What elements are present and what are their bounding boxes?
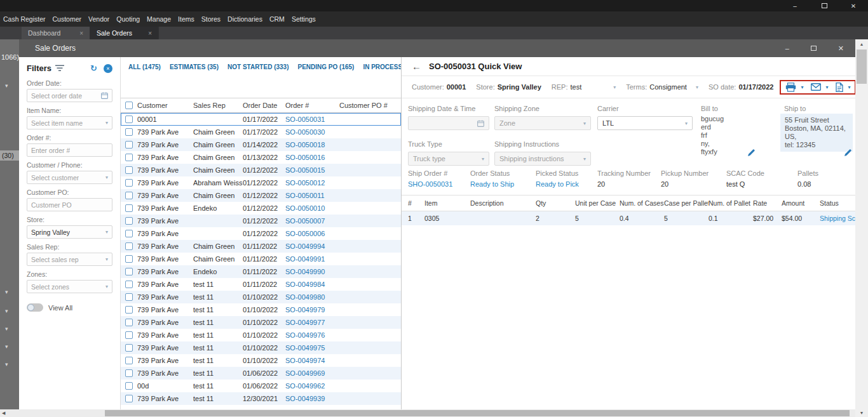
checkbox[interactable]: [125, 204, 133, 212]
os-maximize-button[interactable]: [810, 0, 839, 11]
filter-input-item-name[interactable]: Select item name▾: [27, 116, 112, 129]
table-row[interactable]: 739 Park AveAbraham Weiss01/12/2022SO-00…: [121, 176, 401, 189]
table-row[interactable]: 739 Park Ave01/12/2022SO-0050007: [121, 215, 401, 227]
checkbox[interactable]: [125, 331, 133, 339]
cell-order-link[interactable]: SO-0049984: [285, 281, 339, 288]
checkbox[interactable]: [125, 116, 133, 123]
table-row[interactable]: 739 Park Avetest 1101/10/2022SO-0049976: [121, 329, 401, 341]
table-row[interactable]: 0000101/17/2022SO-0050031: [121, 113, 401, 126]
horizontal-scrollbar[interactable]: ◀: [0, 409, 855, 417]
table-row[interactable]: 739 Park Avetest 1101/10/2022SO-0049980: [121, 291, 401, 303]
cell-order-link[interactable]: SO-0050016: [285, 154, 339, 161]
shipping-datetime-input[interactable]: [408, 116, 489, 130]
menu-item-items[interactable]: Items: [178, 15, 194, 23]
filter-input-sales-rep[interactable]: Select sales rep▾: [27, 253, 112, 266]
shipping-zone-select[interactable]: Zone ▾: [494, 116, 591, 130]
cell-order-link[interactable]: SO-0050011: [285, 192, 339, 199]
export-document-button[interactable]: ▾: [836, 83, 850, 92]
table-row[interactable]: 739 Park AveChaim Green01/14/2022SO-0050…: [121, 138, 401, 151]
checkbox[interactable]: [125, 242, 133, 250]
table-row[interactable]: 739 Park Avetest 1101/11/2022SO-0049984: [121, 278, 401, 291]
checkbox[interactable]: [125, 382, 133, 390]
filter-input-order[interactable]: Enter order #: [27, 143, 112, 157]
table-row[interactable]: 739 Park AveChaim Green01/13/2022SO-0050…: [121, 151, 401, 164]
cell-order-link[interactable]: SO-0049976: [285, 331, 339, 339]
close-icon[interactable]: ×: [148, 30, 152, 37]
status-value[interactable]: Ready to Ship: [470, 180, 536, 188]
checkbox[interactable]: [125, 217, 133, 225]
terms-select[interactable]: Terms: Consigment ▾: [626, 83, 698, 91]
menu-item-stores[interactable]: Stores: [201, 15, 220, 23]
checkbox[interactable]: [125, 128, 133, 136]
vertical-scrollbar-thumb[interactable]: [857, 50, 867, 84]
menu-item-crm[interactable]: CRM: [269, 15, 285, 23]
table-row[interactable]: 739 Park Avetest 1101/10/2022SO-0049974: [121, 354, 401, 367]
menu-item-dictionaries[interactable]: Dictionaries: [227, 15, 262, 23]
filter-input-customer-phone[interactable]: Select customer▾: [27, 171, 112, 184]
checkbox[interactable]: [125, 154, 133, 161]
table-row[interactable]: 739 Park AveChaim Green01/12/2022SO-0050…: [121, 189, 401, 202]
menu-item-settings[interactable]: Settings: [292, 15, 316, 23]
cell-order-link[interactable]: SO-0049977: [285, 319, 339, 326]
checkbox[interactable]: [125, 102, 133, 109]
checkbox[interactable]: [125, 281, 133, 288]
close-icon[interactable]: ×: [79, 30, 83, 37]
checkbox[interactable]: [125, 166, 133, 174]
filter-input-zones[interactable]: Select zones▾: [27, 280, 112, 293]
checkbox[interactable]: [125, 179, 133, 187]
cell-order-link[interactable]: SO-0049979: [285, 306, 339, 314]
checkbox[interactable]: [125, 255, 133, 263]
table-row[interactable]: 739 Park Avetest 1101/10/2022SO-0049975: [121, 341, 401, 354]
cell-order-link[interactable]: SO-0050031: [285, 116, 339, 123]
cell-order-link[interactable]: SO-0049990: [285, 268, 339, 275]
filter-input-store[interactable]: Spring Valley▾: [27, 225, 112, 239]
scroll-left-icon[interactable]: ◀: [2, 409, 5, 417]
status-value[interactable]: Ready to Pick: [536, 180, 597, 188]
checkbox[interactable]: [125, 230, 133, 237]
scroll-down-icon[interactable]: ▼: [855, 408, 868, 417]
scroll-up-icon[interactable]: ▲: [855, 39, 868, 48]
item-row[interactable]: 10305250.450.1$27.00$54.00Shipping Sched…: [402, 211, 855, 225]
cell-order-link[interactable]: SO-0049975: [285, 344, 339, 352]
cell-order-link[interactable]: SO-0050006: [285, 230, 339, 237]
view-all-toggle[interactable]: [27, 303, 43, 312]
edit-bill-to-button[interactable]: [747, 149, 755, 158]
close-filters-button[interactable]: ×: [104, 64, 112, 73]
cell-order-link[interactable]: SO-0049974: [285, 357, 339, 364]
table-row[interactable]: 739 Park AveEndeko01/11/2022SO-0049990: [121, 265, 401, 278]
checkbox[interactable]: [125, 192, 133, 199]
back-arrow-icon[interactable]: ←: [412, 61, 421, 72]
cell-order-link[interactable]: SO-0049969: [285, 369, 339, 377]
table-row[interactable]: 739 Park AveChaim Green01/11/2022SO-0049…: [121, 240, 401, 253]
status-tab-all-1475[interactable]: ALL (1475): [128, 63, 161, 70]
vertical-scrollbar[interactable]: ▲ ▼: [855, 39, 868, 417]
truck-type-select[interactable]: Truck type ▾: [408, 152, 489, 166]
cell-order-link[interactable]: SO-0050012: [285, 179, 339, 187]
rep-select[interactable]: REP: test ▾: [552, 83, 616, 91]
cell-order-link[interactable]: SO-0049939: [285, 395, 339, 402]
checkbox[interactable]: [125, 344, 133, 352]
table-row[interactable]: 739 Park AveChaim Green01/17/2022SO-0050…: [121, 126, 401, 138]
filter-icon[interactable]: [55, 65, 64, 72]
menu-item-manage[interactable]: Manage: [147, 15, 171, 23]
table-row[interactable]: 739 Park AveEndeko01/12/2022SO-0050010: [121, 202, 401, 215]
cell-order-link[interactable]: SO-0049994: [285, 242, 339, 250]
window-close-button[interactable]: ✕: [838, 44, 844, 53]
checkbox[interactable]: [125, 357, 133, 364]
status-tab-pending-po-165[interactable]: PENDING PO (165): [298, 63, 355, 70]
menu-item-cash-register[interactable]: Cash Register: [3, 15, 46, 23]
tab-sale-orders[interactable]: Sale Orders×: [90, 27, 159, 39]
table-row[interactable]: 00dtest 1101/06/2022SO-0049962: [121, 380, 401, 392]
table-row[interactable]: 739 Park Avetest 1101/10/2022SO-0049977: [121, 316, 401, 329]
print-button[interactable]: ▾: [785, 83, 803, 92]
tab-dashboard[interactable]: Dashboard×: [22, 27, 90, 39]
cell-order-link[interactable]: SO-0049980: [285, 293, 339, 301]
horizontal-scrollbar-thumb[interactable]: [105, 410, 850, 416]
edit-ship-to-button[interactable]: [844, 149, 851, 158]
menu-item-customer[interactable]: Customer: [53, 15, 82, 23]
cell-order-link[interactable]: SO-0050007: [285, 217, 339, 225]
email-button[interactable]: ▾: [811, 83, 828, 91]
window-maximize-button[interactable]: [811, 44, 817, 52]
checkbox[interactable]: [125, 306, 133, 314]
cell-order-link[interactable]: SO-0050010: [285, 204, 339, 212]
